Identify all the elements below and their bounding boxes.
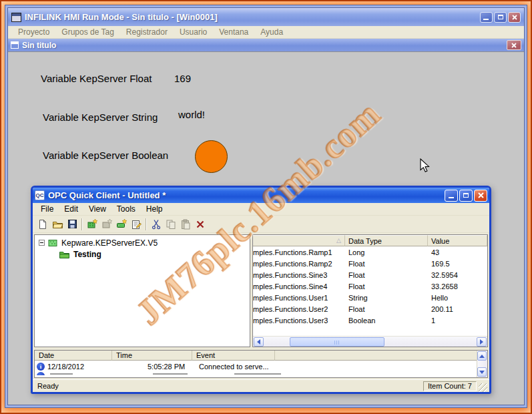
log-row-clipped <box>35 372 487 375</box>
scroll-down-button[interactable] <box>477 367 487 377</box>
opc-titlebar[interactable]: QC OPC Quick Client - Untitled * <box>33 188 489 203</box>
child-window-icon <box>11 41 19 49</box>
save-button[interactable] <box>65 217 79 232</box>
horizontal-scrollbar[interactable] <box>253 336 487 347</box>
data-type-cell: Float <box>345 260 428 268</box>
tree-row-group[interactable]: Testing <box>59 248 248 260</box>
maximize-icon <box>463 193 469 198</box>
var-string-label: Variable KepServer String <box>43 112 158 123</box>
properties-button[interactable] <box>129 217 144 232</box>
close-button[interactable] <box>508 12 521 23</box>
delete-button[interactable] <box>193 217 208 232</box>
table-row[interactable]: mples.Functions.Ramp1 Long 43 <box>253 246 487 258</box>
column-header-value[interactable]: Value <box>428 235 487 246</box>
save-icon <box>67 219 77 229</box>
opc-app-icon: QC <box>35 190 45 200</box>
log-header-row: Date Time Event <box>35 351 487 361</box>
status-text: Ready <box>35 382 423 390</box>
opc-main-area: Kepware.KEPServerEX.V5 Testing <box>33 233 489 349</box>
scroll-up-button[interactable] <box>477 351 487 361</box>
maximize-button[interactable] <box>494 12 507 23</box>
close-icon <box>511 42 517 49</box>
item-id-cell: mples.Functions.User3 <box>253 317 345 325</box>
scroll-right-button[interactable] <box>477 337 487 347</box>
paste-button[interactable] <box>178 217 193 232</box>
new-item-button[interactable] <box>114 217 129 232</box>
menu-grupos-de-tag[interactable]: Grupos de Tag <box>55 27 120 37</box>
resize-grip-icon[interactable] <box>479 383 487 392</box>
var-boolean-label: Variable KepServer Boolean <box>43 150 168 161</box>
log-column-time[interactable]: Time <box>112 351 192 361</box>
copy-button[interactable] <box>164 217 178 232</box>
value-cell: 1 <box>428 317 487 325</box>
child-titlebar[interactable]: Sin titulo <box>8 39 524 51</box>
table-row[interactable]: mples.Functions.User3 Boolean 1 <box>253 315 487 326</box>
child-close-button[interactable] <box>507 40 521 50</box>
log-event-cell: Connected to serve... <box>192 363 487 371</box>
list-header-row: △ Data Type Value <box>253 235 487 246</box>
cut-button[interactable] <box>149 217 164 232</box>
app-icon <box>11 13 21 22</box>
log-column-event[interactable]: Event <box>192 351 275 361</box>
vertical-scrollbar[interactable] <box>477 351 487 377</box>
data-type-cell: Float <box>345 305 428 313</box>
mdi-client-area: Sin titulo Variable KepServer Float 169 … <box>8 39 524 405</box>
table-row[interactable]: mples.Functions.User1 String Hello <box>253 292 487 303</box>
main-window-title: INFILINK HMI Run Mode - Sin titulo - [Wi… <box>25 12 479 22</box>
open-folder-icon <box>52 219 63 230</box>
opc-minimize-button[interactable] <box>445 190 458 202</box>
menu-ayuda[interactable]: Ayuda <box>254 27 289 37</box>
delete-icon <box>196 220 205 229</box>
new-group-button[interactable] <box>99 217 114 232</box>
opc-close-button[interactable] <box>474 190 487 202</box>
item-id-cell: mples.Functions.Sine4 <box>253 282 345 290</box>
server-icon <box>48 238 58 248</box>
opc-menubar: File Edit View Tools Help <box>33 203 489 216</box>
table-row[interactable]: mples.Functions.User2 Float 200.11 <box>253 303 487 315</box>
chevron-up-icon <box>479 352 485 358</box>
mouse-cursor-icon <box>420 158 432 173</box>
boolean-indicator <box>195 140 228 173</box>
opc-menu-file[interactable]: File <box>35 204 59 214</box>
data-type-cell: Float <box>345 271 428 279</box>
new-server-connection-button[interactable] <box>85 217 99 232</box>
tree-row-server[interactable]: Kepware.KEPServerEX.V5 <box>36 237 248 248</box>
minimize-button[interactable] <box>480 12 493 23</box>
menu-ventana[interactable]: Ventana <box>213 27 254 37</box>
info-icon: i <box>37 363 45 371</box>
item-id-cell: mples.Functions.Ramp2 <box>253 260 345 268</box>
cut-icon <box>152 219 162 230</box>
column-header-item-id[interactable]: △ <box>253 235 345 246</box>
new-document-icon <box>37 219 48 230</box>
opc-maximize-button[interactable] <box>459 190 473 202</box>
item-id-cell: mples.Functions.Ramp1 <box>253 248 345 256</box>
main-window: INFILINK HMI Run Mode - Sin titulo - [Wi… <box>7 7 525 405</box>
log-column-date[interactable]: Date <box>35 351 112 361</box>
log-row[interactable]: i 12/18/2012 5:05:28 PM Connected to ser… <box>35 361 487 372</box>
scrollbar-thumb[interactable] <box>290 337 384 347</box>
close-icon <box>477 192 485 199</box>
main-titlebar[interactable]: INFILINK HMI Run Mode - Sin titulo - [Wi… <box>8 8 524 26</box>
table-row[interactable]: mples.Functions.Ramp2 Float 169.5 <box>253 258 487 269</box>
new-document-button[interactable] <box>35 217 50 232</box>
menu-proyecto[interactable]: Proyecto <box>12 27 55 37</box>
data-type-cell: String <box>345 294 428 302</box>
opc-menu-tools[interactable]: Tools <box>111 204 141 214</box>
event-log-panel: Date Time Event i 12/18/2012 5:05:28 PM … <box>34 350 488 378</box>
column-header-data-type[interactable]: Data Type <box>345 235 428 246</box>
var-float-value: 169 <box>174 73 191 84</box>
chevron-left-icon <box>254 339 260 345</box>
menu-usuario[interactable]: Usuario <box>174 27 213 37</box>
opc-menu-help[interactable]: Help <box>141 204 168 214</box>
scroll-left-button[interactable] <box>254 337 264 347</box>
opc-menu-view[interactable]: View <box>83 204 111 214</box>
open-folder-button[interactable] <box>50 217 65 232</box>
collapse-icon[interactable] <box>39 240 45 246</box>
opc-menu-edit[interactable]: Edit <box>59 204 83 214</box>
value-cell: 32.5954 <box>428 271 487 279</box>
table-row[interactable]: mples.Functions.Sine3 Float 32.5954 <box>253 269 487 280</box>
server-tree-panel: Kepware.KEPServerEX.V5 Testing <box>34 234 250 347</box>
group-folder-icon <box>59 250 70 259</box>
table-row[interactable]: mples.Functions.Sine4 Float 33.2658 <box>253 280 487 292</box>
menu-registrador[interactable]: Registrador <box>120 27 174 37</box>
